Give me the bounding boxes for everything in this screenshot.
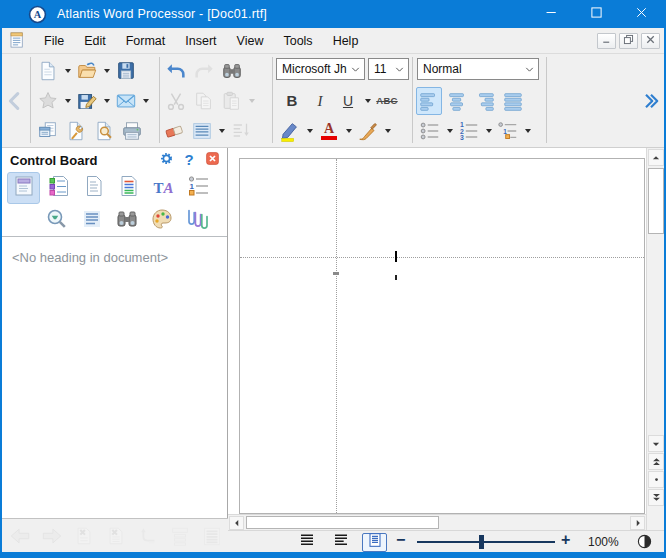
document-page[interactable] — [239, 158, 645, 514]
strikethrough-button[interactable]: ABC — [374, 87, 400, 115]
align-left-button[interactable] — [416, 87, 442, 115]
view-draft-button[interactable] — [294, 533, 319, 552]
open-folder-dropdown-arrow[interactable] — [102, 57, 111, 85]
italic-button[interactable]: I — [307, 87, 333, 115]
scroll-toolbar-right-chevron-icon[interactable] — [640, 88, 662, 114]
menu-item-help[interactable]: Help — [323, 30, 369, 52]
open-folder-button[interactable] — [74, 57, 100, 85]
multilevel-list-button[interactable]: 1 — [495, 117, 521, 145]
main-toolbar: Microsoft Jh 11 Normal BIUABC A 1231 — [2, 54, 664, 148]
numbered-list-button[interactable]: 123 — [456, 117, 482, 145]
win-close-button[interactable] — [619, 0, 664, 28]
contrast-toggle-icon[interactable] — [636, 533, 654, 551]
scroll-down-button[interactable] — [648, 435, 664, 452]
format-brush-dropdown-arrow[interactable] — [383, 117, 392, 145]
save-as-button[interactable] — [74, 87, 100, 115]
document-viewport[interactable] — [228, 148, 646, 514]
cb-colors-button[interactable] — [145, 205, 178, 237]
eraser-button[interactable] — [161, 117, 187, 145]
help-button[interactable]: ? — [180, 151, 198, 169]
cb-find-button[interactable] — [110, 205, 143, 237]
cb-bookmarks-button[interactable] — [42, 172, 75, 204]
underline-button[interactable]: U — [335, 87, 361, 115]
document-templates-button[interactable] — [35, 117, 61, 145]
cb-fields-icon — [117, 174, 141, 202]
panel-close-button[interactable] — [203, 151, 221, 169]
menu-item-file[interactable]: File — [34, 30, 74, 52]
horizontal-scrollbar-thumb[interactable] — [246, 516, 439, 529]
previous-page-button[interactable] — [648, 453, 664, 470]
mdi-restore-button[interactable] — [619, 33, 638, 49]
bullet-list-button[interactable] — [417, 117, 443, 145]
paste-dropdown-arrow[interactable] — [247, 87, 256, 115]
new-document-button[interactable] — [35, 57, 61, 85]
menu-item-insert[interactable]: Insert — [175, 30, 226, 52]
cb-fields-button[interactable] — [112, 172, 145, 204]
align-right-button[interactable] — [472, 87, 498, 115]
scroll-toolbar-left-chevron-icon[interactable] — [4, 88, 26, 114]
menu-item-edit[interactable]: Edit — [74, 30, 116, 52]
document-tools-button[interactable] — [63, 117, 89, 145]
select-browse-object-button[interactable] — [648, 471, 664, 488]
cb-paragraph-button[interactable] — [75, 205, 108, 237]
new-document-dropdown-arrow[interactable] — [63, 57, 72, 85]
horizontal-scrollbar[interactable] — [228, 514, 646, 530]
favorites-star-button[interactable] — [35, 87, 61, 115]
scroll-right-button[interactable] — [630, 516, 645, 530]
menu-item-tools[interactable]: Tools — [273, 30, 322, 52]
print-preview-button[interactable] — [91, 117, 117, 145]
vertical-scrollbar-thumb[interactable] — [648, 168, 664, 234]
cb-headings-button[interactable] — [7, 172, 40, 204]
paragraph-style-combo[interactable]: Normal — [417, 58, 539, 80]
bullet-list-dropdown-arrow[interactable] — [445, 117, 454, 145]
status-bar: − + 100% — [228, 530, 664, 552]
format-brush-button[interactable] — [355, 117, 381, 145]
zoom-in-button[interactable]: + — [561, 531, 570, 549]
save-button[interactable] — [113, 57, 139, 85]
font-color-button[interactable]: A — [316, 117, 342, 145]
find-binoculars-button[interactable] — [219, 57, 245, 85]
align-justify-button[interactable] — [500, 87, 526, 115]
zoom-out-button[interactable]: − — [396, 531, 405, 549]
scroll-left-button[interactable] — [229, 516, 244, 530]
line-spacing-dropdown-arrow[interactable] — [217, 117, 226, 145]
highlight-pen-dropdown-arrow[interactable] — [305, 117, 314, 145]
send-email-button[interactable] — [113, 87, 139, 115]
undo-button[interactable] — [163, 57, 189, 85]
win-close-icon — [633, 4, 650, 25]
multilevel-list-dropdown-arrow[interactable] — [523, 117, 532, 145]
win-maximize-button[interactable] — [574, 0, 619, 28]
cb-lists-button[interactable]: 1 — [182, 172, 215, 204]
gear-button[interactable] — [157, 151, 175, 169]
mdi-minimize-icon — [600, 32, 613, 50]
favorites-star-dropdown-arrow[interactable] — [63, 87, 72, 115]
view-online-button[interactable] — [328, 533, 353, 552]
cb-styles-button[interactable] — [77, 172, 110, 204]
next-page-button[interactable] — [648, 489, 664, 506]
menu-item-view[interactable]: View — [227, 30, 274, 52]
font-color-dropdown-arrow[interactable] — [344, 117, 353, 145]
zoom-slider-track[interactable] — [417, 541, 555, 543]
cb-overview-button[interactable] — [40, 205, 73, 237]
mdi-minimize-button[interactable] — [597, 33, 616, 49]
highlight-pen-button[interactable] — [277, 117, 303, 145]
font-name-combo[interactable]: Microsoft Jh — [276, 58, 365, 80]
underline-dropdown-arrow[interactable] — [363, 87, 372, 115]
cb-clips-button[interactable] — [180, 205, 213, 237]
bold-button[interactable]: B — [279, 87, 305, 115]
mdi-close-button[interactable] — [641, 33, 660, 49]
save-as-dropdown-arrow[interactable] — [102, 87, 111, 115]
vertical-scrollbar[interactable] — [646, 148, 664, 530]
zoom-slider-thumb[interactable] — [479, 535, 484, 549]
view-page-button[interactable] — [362, 533, 387, 552]
win-minimize-button[interactable] — [529, 0, 574, 28]
font-size-combo[interactable]: 11 — [368, 58, 409, 80]
menu-item-format[interactable]: Format — [116, 30, 176, 52]
cb-fonts-button[interactable]: TA — [147, 172, 180, 204]
send-email-dropdown-arrow[interactable] — [141, 87, 150, 115]
scroll-up-button[interactable] — [648, 149, 664, 166]
print-button[interactable] — [119, 117, 145, 145]
numbered-list-dropdown-arrow[interactable] — [484, 117, 493, 145]
line-spacing-button[interactable] — [189, 117, 215, 145]
align-center-button[interactable] — [444, 87, 470, 115]
